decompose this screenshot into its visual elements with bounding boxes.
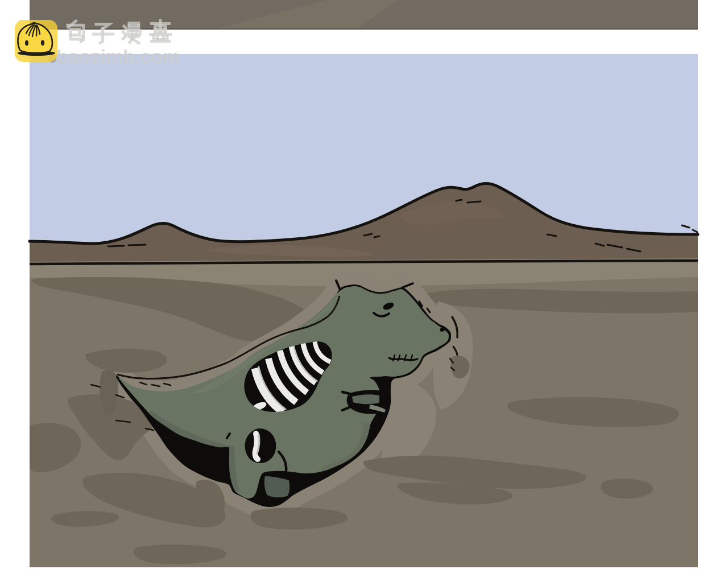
svg-text:baozimh.com: baozimh.com xyxy=(56,46,180,67)
